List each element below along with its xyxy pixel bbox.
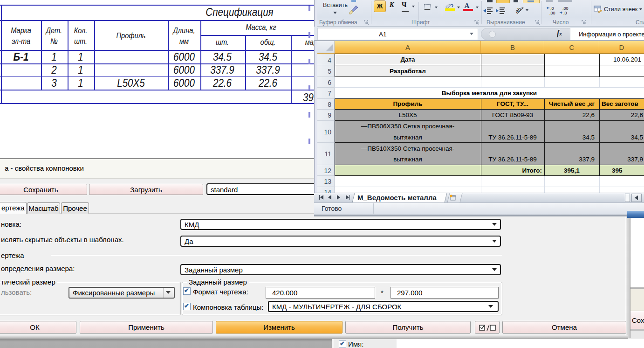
svg-text:,0: ,0	[563, 11, 567, 15]
svg-text:ab: ab	[515, 6, 523, 14]
svg-text:,00: ,00	[549, 11, 555, 15]
svg-text:,00: ,00	[562, 6, 569, 11]
svg-text:,0: ,0	[550, 6, 554, 11]
